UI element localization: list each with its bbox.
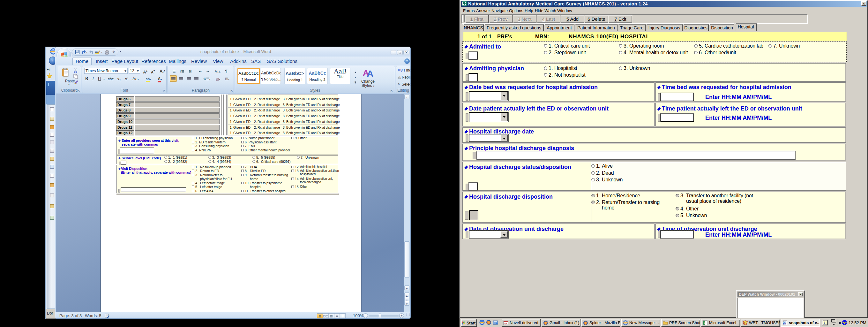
svg-text:?: ? — [744, 322, 745, 324]
svg-text:A: A — [367, 68, 373, 78]
svg-text:X: X — [704, 322, 706, 325]
svg-text:ab: ab — [95, 50, 98, 53]
svg-text:W: W — [783, 322, 786, 325]
svg-text:?: ? — [824, 321, 825, 324]
